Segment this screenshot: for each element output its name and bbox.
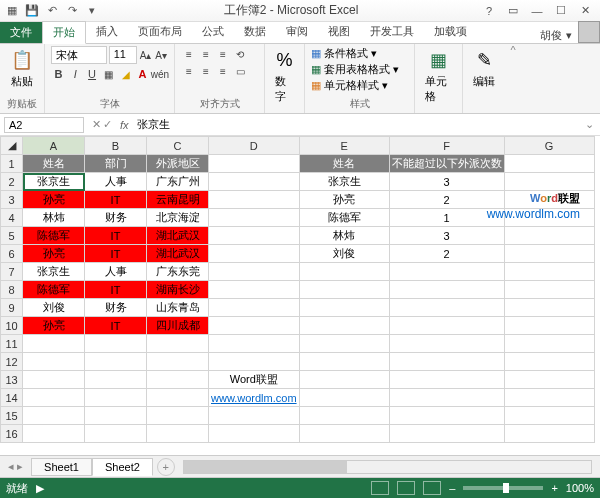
col-header[interactable]: B — [85, 137, 147, 155]
cell[interactable]: Word联盟 — [209, 371, 300, 389]
cell[interactable]: 财务 — [85, 299, 147, 317]
ribbon-options-icon[interactable]: ▭ — [502, 3, 524, 19]
cell[interactable] — [299, 371, 389, 389]
cell[interactable]: 刘俊 — [23, 299, 85, 317]
cell[interactable] — [504, 281, 594, 299]
page-break-view-icon[interactable] — [423, 481, 441, 495]
cell[interactable]: 广东东莞 — [147, 263, 209, 281]
cell[interactable] — [23, 407, 85, 425]
cell[interactable] — [504, 317, 594, 335]
cell[interactable] — [299, 353, 389, 371]
cell[interactable] — [209, 227, 300, 245]
cell[interactable]: 孙亮 — [299, 191, 389, 209]
cell[interactable] — [299, 425, 389, 443]
cell[interactable]: 部门 — [85, 155, 147, 173]
cell[interactable]: 广东广州 — [147, 173, 209, 191]
cell[interactable]: 张京生 — [23, 173, 85, 191]
cell[interactable] — [389, 425, 504, 443]
cell[interactable] — [389, 263, 504, 281]
cell[interactable] — [85, 407, 147, 425]
cell[interactable] — [147, 389, 209, 407]
align-left-icon[interactable]: ≡ — [181, 63, 197, 79]
fx-icon[interactable]: fx — [116, 119, 133, 131]
cell[interactable] — [23, 353, 85, 371]
expand-formula-icon[interactable]: ⌄ — [579, 118, 600, 131]
number-format-button[interactable]: % 数字 — [271, 46, 298, 106]
cell[interactable] — [209, 353, 300, 371]
tab-8[interactable]: 加载项 — [424, 21, 477, 43]
cell[interactable]: 湖北武汉 — [147, 227, 209, 245]
align-center-icon[interactable]: ≡ — [198, 63, 214, 79]
font-color-icon[interactable]: A — [135, 66, 150, 82]
horizontal-scrollbar[interactable] — [183, 460, 592, 474]
cell[interactable]: 2 — [389, 245, 504, 263]
enter-formula-icon[interactable]: ✓ — [103, 118, 112, 131]
redo-icon[interactable]: ↷ — [64, 3, 80, 19]
cell[interactable]: IT — [85, 227, 147, 245]
cell[interactable] — [147, 425, 209, 443]
macro-record-icon[interactable]: ▶ — [36, 482, 44, 495]
help-icon[interactable]: ? — [478, 3, 500, 19]
shrink-font-icon[interactable]: A▾ — [154, 47, 168, 63]
tab-3[interactable]: 公式 — [192, 21, 234, 43]
zoom-level[interactable]: 100% — [566, 482, 594, 494]
cell[interactable]: 姓名 — [299, 155, 389, 173]
save-icon[interactable]: 💾 — [24, 3, 40, 19]
cell[interactable]: IT — [85, 245, 147, 263]
select-all-corner[interactable]: ◢ — [1, 137, 23, 155]
tab-1[interactable]: 插入 — [86, 21, 128, 43]
cell[interactable]: 张京生 — [23, 263, 85, 281]
cell[interactable] — [389, 353, 504, 371]
col-header[interactable]: E — [299, 137, 389, 155]
row-header[interactable]: 11 — [1, 335, 23, 353]
cell[interactable] — [389, 281, 504, 299]
cell[interactable] — [85, 371, 147, 389]
cell[interactable] — [23, 335, 85, 353]
cell[interactable] — [85, 335, 147, 353]
tab-7[interactable]: 开发工具 — [360, 21, 424, 43]
italic-icon[interactable]: I — [68, 66, 83, 82]
cell[interactable] — [504, 299, 594, 317]
cell[interactable] — [504, 191, 594, 209]
row-header[interactable]: 5 — [1, 227, 23, 245]
cell[interactable] — [504, 389, 594, 407]
cell[interactable] — [209, 155, 300, 173]
cell[interactable]: IT — [85, 191, 147, 209]
cell[interactable]: 湖南长沙 — [147, 281, 209, 299]
cell[interactable] — [389, 407, 504, 425]
cell[interactable] — [209, 317, 300, 335]
page-layout-view-icon[interactable] — [397, 481, 415, 495]
underline-icon[interactable]: U — [85, 66, 100, 82]
cell[interactable]: 3 — [389, 173, 504, 191]
align-middle-icon[interactable]: ≡ — [198, 46, 214, 62]
cell[interactable]: 林炜 — [299, 227, 389, 245]
sheet-tab[interactable]: Sheet1 — [31, 458, 92, 476]
cell[interactable] — [209, 299, 300, 317]
zoom-out-icon[interactable]: – — [449, 482, 455, 494]
row-header[interactable]: 6 — [1, 245, 23, 263]
cell[interactable] — [389, 317, 504, 335]
cell[interactable] — [504, 425, 594, 443]
cell[interactable]: 林炜 — [23, 209, 85, 227]
cell[interactable] — [504, 335, 594, 353]
sheet-tab[interactable]: Sheet2 — [92, 458, 153, 476]
row-header[interactable]: 4 — [1, 209, 23, 227]
grow-font-icon[interactable]: A▴ — [139, 47, 153, 63]
col-header[interactable]: C — [147, 137, 209, 155]
cell[interactable]: 北京海淀 — [147, 209, 209, 227]
maximize-icon[interactable]: ☐ — [550, 3, 572, 19]
cell[interactable] — [209, 245, 300, 263]
cell[interactable] — [23, 371, 85, 389]
row-header[interactable]: 3 — [1, 191, 23, 209]
cell[interactable] — [147, 353, 209, 371]
user-name[interactable]: 胡俊▾ — [534, 28, 578, 43]
tab-5[interactable]: 审阅 — [276, 21, 318, 43]
cell[interactable] — [209, 335, 300, 353]
font-size-select[interactable]: 11 — [109, 46, 137, 64]
cell[interactable] — [299, 389, 389, 407]
cell[interactable] — [209, 425, 300, 443]
worksheet-grid[interactable]: ◢ABCDEFG 1姓名部门外派地区姓名不能超过以下外派次数2张京生人事广东广州… — [0, 136, 595, 443]
cell[interactable]: 1 — [389, 209, 504, 227]
name-box[interactable] — [4, 117, 84, 133]
border-icon[interactable]: ▦ — [101, 66, 116, 82]
